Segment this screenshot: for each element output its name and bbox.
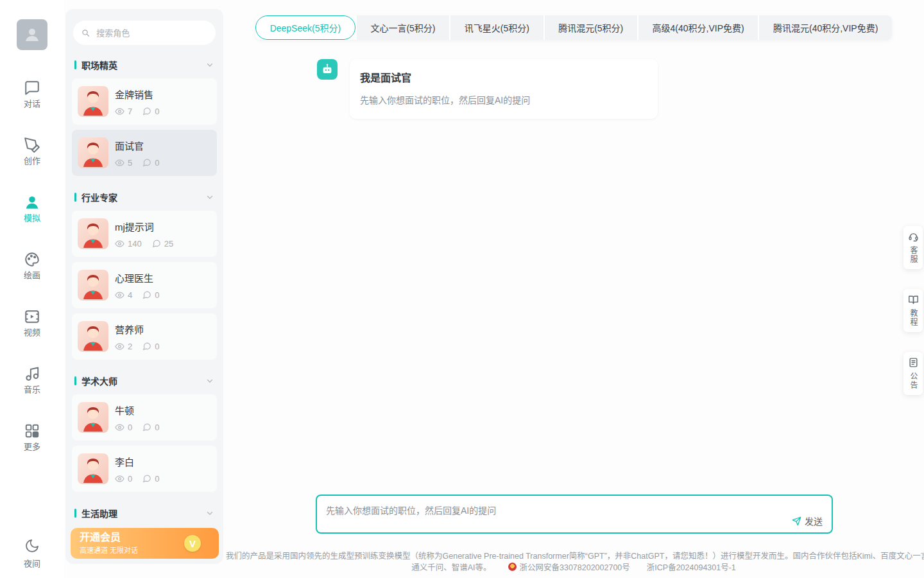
comment-icon — [142, 290, 151, 299]
group-header-life[interactable]: 生活助理 — [74, 507, 214, 519]
role-name: 营养师 — [115, 322, 159, 336]
view-count: 5 — [115, 158, 132, 168]
nav-label: 音乐 — [24, 385, 40, 394]
member-subtitle: 高速通道 无限对话 — [80, 545, 138, 555]
announcement-button[interactable]: 公告 — [903, 352, 923, 395]
role-item[interactable]: 营养师 2 0 — [72, 313, 217, 360]
search-box[interactable] — [73, 21, 216, 45]
police-badge-icon — [508, 563, 517, 571]
eye-icon — [115, 107, 124, 116]
palette-icon — [24, 251, 40, 268]
group-header-academic[interactable]: 学术大师 — [74, 375, 214, 387]
comment-icon — [142, 423, 151, 432]
role-avatar — [78, 453, 108, 484]
person-icon — [22, 25, 42, 44]
nav-item-create[interactable]: 创作 — [24, 137, 40, 165]
headset-icon — [908, 231, 919, 242]
view-count: 0 — [115, 423, 132, 432]
nav-item-paint[interactable]: 绘画 — [24, 251, 40, 279]
bot-message-title: 我是面试官 — [360, 69, 647, 85]
nav-label: 创作 — [24, 157, 40, 165]
eye-icon — [115, 239, 124, 249]
group-title: 行业专家 — [81, 191, 205, 204]
nav-label: 更多 — [24, 442, 40, 451]
nav-item-music[interactable]: 音乐 — [24, 365, 40, 394]
role-item[interactable]: 牛顿 0 0 — [72, 394, 217, 441]
nav-item-simulate[interactable]: 模拟 — [24, 194, 40, 222]
view-count: 140 — [115, 239, 142, 249]
icp-registration[interactable]: 浙ICP备2024094301号-1 — [647, 561, 736, 573]
nav-item-night-mode[interactable]: 夜间 — [0, 538, 64, 569]
comment-count: 0 — [142, 423, 159, 432]
member-banner[interactable]: 开通会员 高速通道 无限对话 V — [71, 528, 219, 559]
tab-hunyuan[interactable]: 腾讯混元(5积分) — [545, 15, 637, 40]
comment-count: 0 — [142, 474, 159, 484]
role-item[interactable]: 金牌销售 7 0 — [72, 78, 217, 125]
tab-hunyuan-vip[interactable]: 腾讯混元(40积分,VIP免费) — [759, 15, 892, 40]
nav-rail: 对话 创作 模拟 绘画 视频 音乐 更多 夜间 — [0, 0, 64, 578]
comment-icon — [142, 158, 151, 167]
person-icon — [24, 194, 40, 211]
tab-wenxin[interactable]: 文心一言(5积分) — [357, 15, 449, 40]
eye-icon — [115, 423, 124, 432]
book-icon — [908, 294, 919, 305]
send-label: 发送 — [805, 514, 823, 527]
comment-icon — [142, 107, 151, 116]
robot-icon — [320, 62, 334, 76]
police-registration[interactable]: 浙公网安备33078202002700号 — [508, 561, 630, 573]
tab-deepseek[interactable]: DeepSeek(5积分) — [255, 15, 355, 40]
tab-advanced4[interactable]: 高级4(40积分,VIP免费) — [638, 15, 758, 40]
chevron-down-icon — [205, 376, 214, 385]
tab-xunfei[interactable]: 讯飞星火(5积分) — [450, 15, 543, 40]
comment-count: 25 — [152, 239, 173, 249]
nav-label: 视频 — [24, 328, 40, 337]
group-accent-bar — [74, 509, 76, 518]
customer-service-button[interactable]: 客服 — [903, 226, 923, 269]
send-button[interactable]: 发送 — [792, 514, 823, 527]
member-title: 开通会员 — [80, 532, 138, 543]
float-label: 客服 — [909, 246, 917, 264]
nav-item-video[interactable]: 视频 — [24, 308, 40, 337]
role-item[interactable]: mj提示词 140 25 — [72, 211, 217, 257]
comment-count: 0 — [142, 342, 159, 351]
group-header-experts[interactable]: 行业专家 — [74, 191, 214, 203]
eye-icon — [115, 290, 124, 300]
role-avatar — [78, 218, 108, 249]
nav-label: 模拟 — [24, 214, 40, 222]
chevron-down-icon — [205, 193, 214, 202]
nav-item-chat[interactable]: 对话 — [24, 80, 40, 108]
bot-message: 我是面试官 先输入你想面试的职位，然后回复AI的提问 — [317, 59, 658, 119]
role-avatar — [78, 270, 108, 301]
group-header-career[interactable]: 职场精英 — [74, 59, 214, 71]
comment-count: 0 — [142, 290, 159, 300]
nav-item-more[interactable]: 更多 — [24, 423, 40, 451]
chat-main: DeepSeek(5积分) 文心一言(5积分) 讯飞星火(5积分) 腾讯混元(5… — [223, 0, 924, 578]
eye-icon — [115, 158, 124, 168]
music-note-icon — [24, 365, 40, 382]
nav-label: 绘画 — [24, 271, 40, 279]
group-accent-bar — [74, 376, 76, 385]
view-count: 7 — [115, 107, 132, 116]
view-count: 2 — [115, 342, 132, 351]
role-item[interactable]: 心理医生 4 0 — [72, 262, 217, 308]
footer-partners: 通义千问、智谱AI等。 — [411, 561, 491, 573]
role-item-selected[interactable]: 面试官 5 0 — [72, 130, 217, 176]
search-input[interactable] — [95, 28, 207, 39]
film-icon — [24, 308, 40, 325]
role-sidebar: 职场精英 金牌销售 7 0 面试官 5 0 行业专家 — [65, 9, 223, 564]
role-name: mj提示词 — [115, 220, 173, 233]
eye-icon — [115, 342, 124, 351]
role-name: 心理医生 — [115, 271, 159, 285]
comment-icon — [142, 474, 151, 483]
role-item[interactable]: 李白 0 0 — [72, 446, 217, 492]
view-count: 0 — [115, 474, 132, 484]
bot-message-body: 先输入你想面试的职位，然后回复AI的提问 — [360, 93, 647, 106]
message-input[interactable] — [317, 496, 832, 532]
pen-icon — [24, 137, 40, 153]
role-avatar — [78, 86, 108, 117]
footer-disclaimer: 我们的产品是采用国内领先的生成型预训练变换模型（统称为Generative Pr… — [226, 549, 924, 561]
footer-legal: 通义千问、智谱AI等。 浙公网安备33078202002700号 浙ICP备20… — [223, 561, 924, 573]
role-name: 金牌销售 — [115, 87, 159, 101]
user-avatar[interactable] — [17, 19, 47, 50]
tutorial-button[interactable]: 教程 — [903, 289, 923, 332]
